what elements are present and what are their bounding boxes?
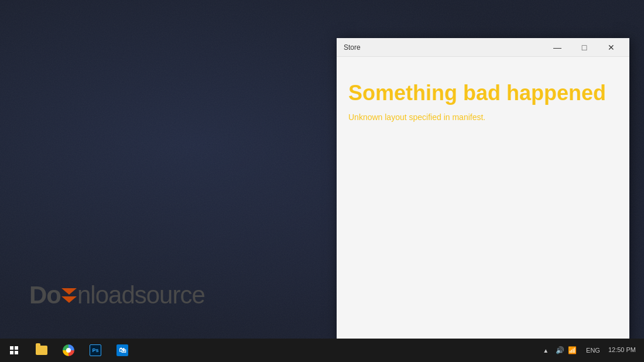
- window-titlebar: Store — □ ✕: [337, 38, 629, 57]
- close-button[interactable]: ✕: [598, 38, 625, 57]
- system-tray-icons: 🔊 📶: [551, 346, 581, 354]
- win-square-4: [15, 351, 18, 354]
- taskbar-app-store[interactable]: 🛍: [109, 339, 136, 362]
- taskbar-right: ▲ 🔊 📶 ENG 12:50 PM: [543, 339, 644, 362]
- taskbar-apps: Ps 🛍: [28, 339, 136, 362]
- store-icon: 🛍: [117, 344, 128, 356]
- taskbar-app-chrome[interactable]: [55, 339, 82, 362]
- taskbar-app-photoshop[interactable]: Ps: [82, 339, 109, 362]
- notif-expand-icon[interactable]: ▲: [543, 347, 549, 354]
- win-square-2: [15, 346, 18, 350]
- watermark-text-do: Do: [29, 281, 61, 309]
- network-icon[interactable]: 🔊: [556, 346, 564, 354]
- chrome-icon: [63, 344, 74, 356]
- windows-icon: [10, 346, 18, 354]
- win-square-3: [10, 351, 13, 354]
- chevron-bottom-icon: [61, 296, 77, 303]
- error-detail: Unknown layout specified in manifest.: [348, 112, 618, 122]
- desktop: Do nloadsource Store — □ ✕ Something bad…: [0, 0, 644, 362]
- chevron-top-icon: [61, 288, 77, 295]
- taskbar-clock[interactable]: 12:50 PM: [605, 346, 639, 354]
- maximize-button[interactable]: □: [571, 38, 598, 57]
- store-window: Store — □ ✕ Something bad happened Unkno…: [337, 38, 629, 343]
- watermark-chevron-icon: [61, 288, 77, 303]
- window-title: Store: [344, 43, 361, 52]
- win-square-1: [10, 346, 13, 350]
- taskbar: Ps 🛍 ▲ 🔊 📶 ENG 12:50 PM: [0, 339, 644, 362]
- start-button[interactable]: [0, 339, 28, 362]
- watermark-text-rest: nloadsource: [77, 281, 205, 309]
- window-controls: — □ ✕: [544, 38, 625, 57]
- folder-icon: [36, 346, 47, 355]
- watermark: Do nloadsource: [29, 281, 205, 309]
- photoshop-icon: Ps: [90, 344, 101, 356]
- taskbar-left: Ps 🛍: [0, 339, 136, 362]
- minimize-button[interactable]: —: [544, 38, 571, 57]
- clock-time: 12:50 PM: [608, 346, 636, 354]
- volume-icon[interactable]: 📶: [568, 346, 577, 354]
- notification-area: ▲: [543, 347, 549, 354]
- error-heading: Something bad happened: [348, 80, 618, 105]
- taskbar-app-file-explorer[interactable]: [28, 339, 55, 362]
- language-indicator[interactable]: ENG: [584, 347, 602, 354]
- window-content: Something bad happened Unknown layout sp…: [337, 57, 629, 343]
